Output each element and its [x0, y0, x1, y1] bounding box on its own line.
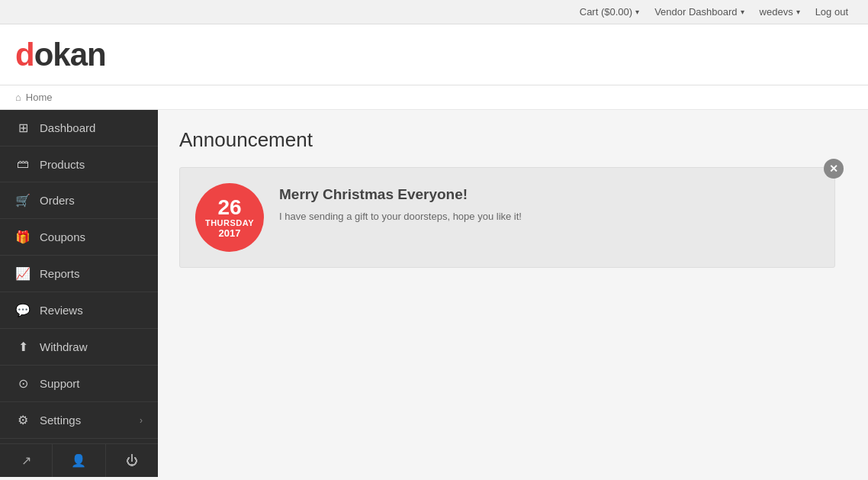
sidebar-label-dashboard: Dashboard [40, 121, 143, 134]
site-header: dokan [0, 24, 868, 85]
sidebar-item-reviews[interactable]: 💬 Reviews [0, 292, 158, 329]
withdraw-icon: ⬆ [15, 340, 31, 354]
reviews-icon: 💬 [15, 303, 31, 317]
sidebar-item-orders[interactable]: 🛒 Orders [0, 182, 158, 219]
logo-letter: d [15, 37, 34, 72]
sidebar-item-reports[interactable]: 📈 Reports [0, 256, 158, 292]
sidebar-label-withdraw: Withdraw [40, 340, 143, 353]
sidebar-item-support[interactable]: ⊙ Support [0, 366, 158, 402]
announcement-date-circle: 26 THURSDAY 2017 [195, 183, 264, 252]
user-label: wedevs [760, 6, 793, 18]
sidebar-item-products[interactable]: 🗃 Products [0, 147, 158, 182]
support-icon: ⊙ [15, 376, 31, 391]
orders-icon: 🛒 [15, 193, 31, 208]
user-menu[interactable]: wedevs ▾ [752, 0, 808, 24]
sidebar-nav: ⊞ Dashboard 🗃 Products 🛒 Orders 🎁 Coupon… [0, 110, 158, 439]
sidebar-user-button[interactable]: 👤 [53, 444, 105, 477]
power-icon: ⏻ [126, 454, 138, 468]
sidebar-label-settings: Settings [40, 414, 130, 427]
sidebar-item-dashboard[interactable]: ⊞ Dashboard [0, 110, 158, 147]
sidebar-power-button[interactable]: ⏻ [106, 444, 158, 477]
vendor-chevron-icon: ▾ [741, 8, 744, 16]
sidebar-item-coupons[interactable]: 🎁 Coupons [0, 219, 158, 256]
announcement-body: Merry Christmas Everyone! I have sending… [279, 183, 819, 224]
close-icon: ✕ [829, 163, 838, 175]
sidebar: ⊞ Dashboard 🗃 Products 🛒 Orders 🎁 Coupon… [0, 110, 158, 477]
announcement-title: Merry Christmas Everyone! [279, 186, 819, 203]
user-chevron-icon: ▾ [796, 8, 800, 16]
sidebar-label-orders: Orders [40, 194, 143, 207]
breadcrumb: ⌂ Home [0, 85, 868, 110]
sidebar-label-reports: Reports [40, 267, 143, 280]
announcement-close-button[interactable]: ✕ [824, 159, 844, 179]
sidebar-label-coupons: Coupons [40, 230, 143, 243]
cart-menu[interactable]: Cart ($0.00) ▾ [572, 0, 647, 24]
cart-label: Cart ($0.00) [580, 6, 632, 18]
logout-label: Log out [815, 6, 848, 18]
admin-bar: Cart ($0.00) ▾ Vendor Dashboard ▾ wedevs… [0, 0, 868, 24]
settings-chevron-icon: › [140, 415, 143, 426]
settings-icon: ⚙ [15, 413, 31, 427]
date-day: 26 [217, 197, 241, 218]
sidebar-label-reviews: Reviews [40, 304, 143, 317]
sidebar-bottom-bar: ↗ 👤 ⏻ [0, 443, 158, 477]
user-icon: 👤 [71, 453, 86, 468]
reports-icon: 📈 [15, 266, 31, 281]
sidebar-external-link-button[interactable]: ↗ [0, 444, 53, 477]
products-icon: 🗃 [15, 157, 31, 171]
date-year: 2017 [219, 227, 241, 239]
home-icon: ⌂ [15, 92, 21, 103]
date-weekday: THURSDAY [205, 218, 254, 227]
sidebar-item-withdraw[interactable]: ⬆ Withdraw [0, 329, 158, 366]
logo: dokan [15, 37, 106, 73]
breadcrumb-home-label: Home [26, 92, 53, 103]
sidebar-item-settings[interactable]: ⚙ Settings › [0, 402, 158, 439]
external-link-icon: ↗ [21, 453, 31, 468]
cart-chevron-icon: ▾ [635, 8, 639, 16]
announcement-description: I have sending a gift to your doorsteps,… [279, 209, 819, 224]
page-title: Announcement [179, 128, 847, 152]
logout-button[interactable]: Log out [808, 0, 856, 24]
main-content: Announcement ✕ 26 THURSDAY 2017 Merry Ch… [158, 110, 868, 477]
coupons-icon: 🎁 [15, 230, 31, 244]
vendor-dashboard-menu[interactable]: Vendor Dashboard ▾ [647, 0, 751, 24]
sidebar-label-support: Support [40, 377, 143, 390]
sidebar-label-products: Products [40, 158, 143, 171]
main-layout: ⊞ Dashboard 🗃 Products 🛒 Orders 🎁 Coupon… [0, 110, 868, 477]
announcement-card: ✕ 26 THURSDAY 2017 Merry Christmas Every… [179, 167, 835, 268]
dashboard-icon: ⊞ [15, 121, 31, 135]
vendor-dashboard-label: Vendor Dashboard [654, 6, 737, 18]
